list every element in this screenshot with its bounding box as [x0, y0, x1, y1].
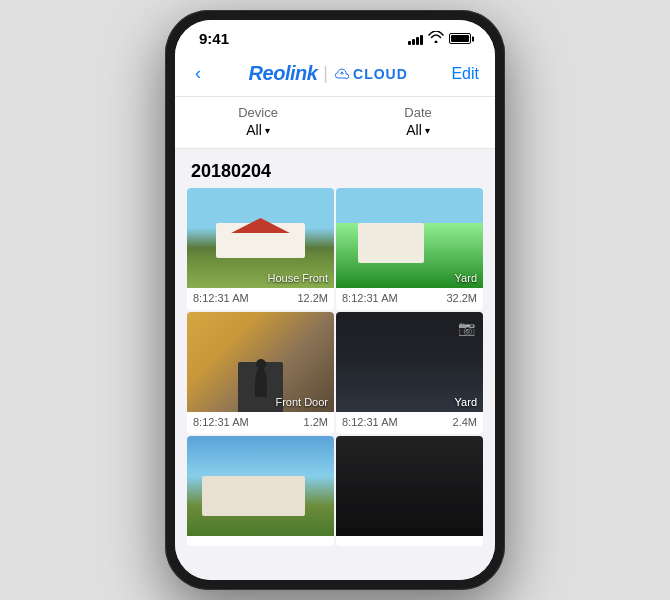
item-meta-house3: [336, 536, 483, 546]
reolink-logo: Reolink: [249, 62, 318, 85]
thumb-label-house-front: House Front: [267, 272, 328, 284]
item-time-front-door: 8:12:31 AM: [193, 416, 249, 428]
device-chevron-icon: ▾: [265, 125, 270, 136]
media-item-yard-night[interactable]: 📷 Yard 8:12:31 AM 2.4M: [336, 312, 483, 434]
thumbnail-yard: Yard: [336, 188, 483, 288]
device-filter-value[interactable]: All ▾: [246, 122, 270, 138]
thumb-label-yard-night: Yard: [455, 396, 477, 408]
cloud-icon: [334, 68, 350, 80]
header-divider: |: [323, 63, 328, 84]
battery-icon: [449, 33, 471, 44]
wifi-icon: [428, 31, 444, 46]
item-size-yard: 32.2M: [446, 292, 477, 304]
media-grid: House Front 8:12:31 AM 12.2M Yard 8:12:3…: [175, 188, 495, 546]
back-button[interactable]: ‹: [191, 59, 205, 88]
item-time-yard: 8:12:31 AM: [342, 292, 398, 304]
media-item-yard[interactable]: Yard 8:12:31 AM 32.2M: [336, 188, 483, 310]
item-size-house-front: 12.2M: [297, 292, 328, 304]
item-time-house-front: 8:12:31 AM: [193, 292, 249, 304]
date-chevron-icon: ▾: [425, 125, 430, 136]
signal-icon: [408, 33, 423, 45]
cloud-label: CLOUD: [334, 66, 408, 82]
media-item-house3[interactable]: [336, 436, 483, 546]
phone-screen: 9:41: [175, 20, 495, 580]
item-meta-yard-night: 8:12:31 AM 2.4M: [336, 412, 483, 434]
header-title: Reolink | CLOUD: [249, 62, 408, 85]
item-meta-front-door: 8:12:31 AM 1.2M: [187, 412, 334, 434]
thumbnail-front-door: Front Door: [187, 312, 334, 412]
thumbnail-house3: [336, 436, 483, 536]
thumbnail-yard-night: 📷 Yard: [336, 312, 483, 412]
media-item-house-front[interactable]: House Front 8:12:31 AM 12.2M: [187, 188, 334, 310]
header: ‹ Reolink | CLOUD Edit: [175, 51, 495, 97]
status-icons: [408, 31, 471, 46]
item-time-yard-night: 8:12:31 AM: [342, 416, 398, 428]
device-filter[interactable]: Device All ▾: [238, 105, 278, 138]
item-size-yard-night: 2.4M: [453, 416, 477, 428]
filter-bar: Device All ▾ Date All ▾: [175, 97, 495, 149]
thumb-label-front-door: Front Door: [275, 396, 328, 408]
date-filter-label: Date: [404, 105, 431, 120]
cloud-text: CLOUD: [353, 66, 408, 82]
item-meta-house-front: 8:12:31 AM 12.2M: [187, 288, 334, 310]
thumbnail-house2: [187, 436, 334, 536]
camera-icon: 📷: [458, 320, 475, 336]
status-bar: 9:41: [175, 20, 495, 51]
date-section: 20180204: [175, 149, 495, 188]
device-filter-label: Device: [238, 105, 278, 120]
item-meta-house2: [187, 536, 334, 546]
media-item-house2[interactable]: [187, 436, 334, 546]
media-item-front-door[interactable]: Front Door 8:12:31 AM 1.2M: [187, 312, 334, 434]
content-area: 20180204 House Front 8:12:31 AM 12.2M Ya…: [175, 149, 495, 580]
phone-frame: 9:41: [165, 10, 505, 590]
status-time: 9:41: [199, 30, 229, 47]
device-value-text: All: [246, 122, 262, 138]
item-size-front-door: 1.2M: [304, 416, 328, 428]
date-value-text: All: [406, 122, 422, 138]
person-silhouette: [255, 367, 267, 397]
thumbnail-house-front: House Front: [187, 188, 334, 288]
date-filter-value[interactable]: All ▾: [406, 122, 430, 138]
edit-button[interactable]: Edit: [451, 65, 479, 83]
date-filter[interactable]: Date All ▾: [404, 105, 431, 138]
item-meta-yard: 8:12:31 AM 32.2M: [336, 288, 483, 310]
thumb-label-yard: Yard: [455, 272, 477, 284]
